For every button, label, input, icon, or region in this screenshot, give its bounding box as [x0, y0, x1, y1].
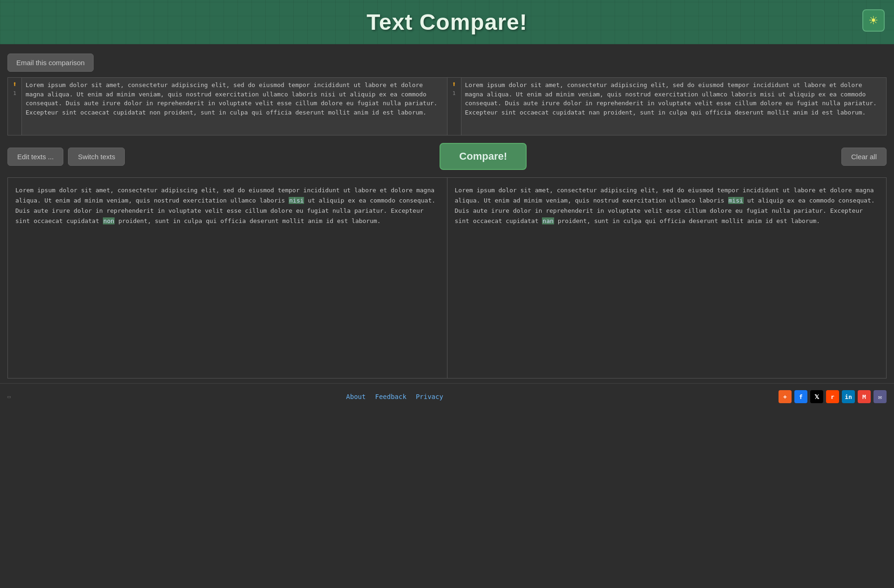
email-comparison-button[interactable]: Email this comparison	[7, 54, 94, 72]
controls-row: Edit texts ... Switch texts Compare! Cle…	[7, 135, 887, 177]
about-link[interactable]: About	[346, 393, 366, 400]
diff-highlight: misi	[728, 197, 744, 204]
gmail-share-icon[interactable]: M	[858, 390, 871, 403]
privacy-link[interactable]: Privacy	[416, 393, 443, 400]
compare-button[interactable]: Compare!	[440, 143, 527, 170]
right-scroll-up-icon: ⬆	[452, 80, 456, 88]
switch-texts-button[interactable]: Switch texts	[68, 148, 125, 166]
text-inputs-row: ⬆ 1 ⬆ 1	[7, 77, 887, 135]
right-line-number: 1	[453, 90, 456, 96]
diff-highlight: nisi	[289, 197, 304, 204]
diff-highlight: nan	[542, 217, 554, 224]
linkedin-share-icon[interactable]: in	[842, 390, 855, 403]
main-container: Email this comparison ⬆ 1 ⬆ 1 Edit texts…	[0, 44, 894, 378]
controls-left: Edit texts ... Switch texts	[7, 148, 125, 166]
facebook-share-icon[interactable]: f	[794, 390, 807, 403]
addthis-share-icon[interactable]: +	[779, 390, 792, 403]
footer-nav: About Feedback Privacy	[346, 393, 443, 400]
left-scroll-up-icon: ⬆	[13, 80, 17, 88]
footer-share-icons: +f𝕏rinM✉	[779, 390, 887, 403]
diff-highlight: non	[103, 217, 115, 224]
twitter-share-icon[interactable]: 𝕏	[810, 390, 823, 403]
right-input-panel: ⬆ 1	[447, 77, 887, 135]
sun-icon: ☀	[868, 14, 879, 27]
app-footer: ▭ About Feedback Privacy +f𝕏rinM✉	[0, 383, 894, 410]
email-share-icon[interactable]: ✉	[874, 390, 887, 403]
left-output-panel: Lorem ipsum dolor sit amet, consectetur …	[8, 178, 447, 378]
output-row: Lorem ipsum dolor sit amet, consectetur …	[7, 177, 887, 378]
feedback-link[interactable]: Feedback	[375, 393, 406, 400]
theme-toggle-button[interactable]: ☀	[862, 9, 885, 32]
app-title: Text Compare!	[366, 9, 528, 35]
reddit-share-icon[interactable]: r	[826, 390, 839, 403]
left-text-input[interactable]	[8, 78, 447, 134]
left-input-panel: ⬆ 1	[7, 77, 447, 135]
clear-all-button[interactable]: Clear all	[841, 148, 887, 166]
right-line-indicator: ⬆ 1	[447, 78, 461, 135]
edit-texts-button[interactable]: Edit texts ...	[7, 148, 63, 166]
left-line-number: 1	[13, 90, 16, 96]
footer-left: ▭	[7, 393, 11, 400]
left-line-indicator: ⬆ 1	[8, 78, 22, 135]
right-text-input[interactable]	[447, 78, 887, 134]
footer-keyboard-icon: ▭	[7, 393, 11, 400]
app-header: Text Compare! ☀	[0, 0, 894, 44]
right-output-panel: Lorem ipsum dolor sit amet, consectetur …	[447, 178, 887, 378]
